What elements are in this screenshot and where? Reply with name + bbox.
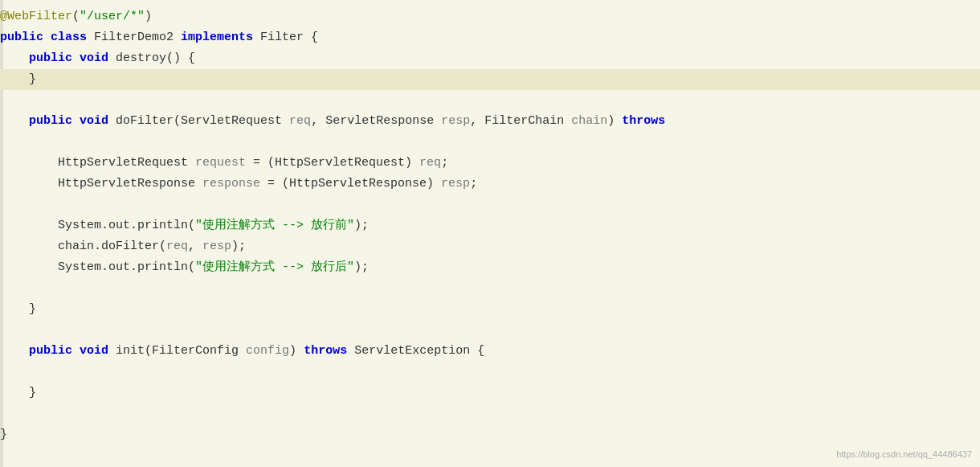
line-content-17: public void init(FilterConfig config) th… bbox=[0, 342, 980, 361]
code-line-13: System.out.println("使用注解方式 --> 放行后"); bbox=[0, 257, 980, 278]
line-content-2: public class FilterDemo2 implements Filt… bbox=[0, 28, 980, 47]
code-line-6: public void doFilter(ServletRequest req,… bbox=[0, 111, 980, 132]
line-content-3: public void destroy() { bbox=[0, 49, 980, 68]
line-content-1: @WebFilter("/user/*") bbox=[0, 7, 980, 27]
line-content-6: public void doFilter(ServletRequest req,… bbox=[0, 112, 980, 131]
string-path: "/user/*" bbox=[80, 10, 145, 23]
line-content-13: System.out.println("使用注解方式 --> 放行后"); bbox=[0, 258, 980, 277]
code-line-8: HttpServletRequest request = (HttpServle… bbox=[0, 153, 980, 174]
code-line-18 bbox=[0, 362, 980, 383]
line-content-7 bbox=[0, 133, 980, 152]
line-content-14 bbox=[0, 279, 980, 298]
code-line-4: } bbox=[0, 69, 980, 90]
line-content-19: } bbox=[0, 383, 980, 403]
string-after: "使用注解方式 --> 放行后" bbox=[195, 260, 354, 274]
code-line-17: public void init(FilterConfig config) th… bbox=[0, 341, 980, 362]
code-line-15: } bbox=[0, 299, 980, 320]
line-content-4: } bbox=[0, 70, 980, 89]
line-content-8: HttpServletRequest request = (HttpServle… bbox=[0, 154, 980, 173]
line-content-5 bbox=[0, 91, 980, 110]
string-before: "使用注解方式 --> 放行前" bbox=[195, 219, 354, 232]
line-content-9: HttpServletResponse response = (HttpServ… bbox=[0, 174, 980, 194]
code-line-19: } bbox=[0, 383, 980, 404]
code-container: @WebFilter("/user/*") public class Filte… bbox=[0, 0, 980, 467]
code-line-7 bbox=[0, 132, 980, 153]
code-line-14 bbox=[0, 278, 980, 299]
line-content-16 bbox=[0, 321, 980, 340]
code-line-5 bbox=[0, 90, 980, 111]
code-line-1: @WebFilter("/user/*") bbox=[0, 6, 980, 27]
code-line-11: System.out.println("使用注解方式 --> 放行前"); bbox=[0, 215, 980, 236]
code-line-10 bbox=[0, 195, 980, 215]
line-content-18 bbox=[0, 363, 980, 382]
code-line-2: public class FilterDemo2 implements Filt… bbox=[0, 27, 980, 48]
code-line-9: HttpServletResponse response = (HttpServ… bbox=[0, 174, 980, 195]
line-content-20 bbox=[0, 404, 980, 424]
watermark: https://blog.csdn.net/qq_44486437 bbox=[836, 449, 972, 459]
line-content-15: } bbox=[0, 300, 980, 319]
code-line-16 bbox=[0, 320, 980, 341]
line-content-21: } bbox=[0, 425, 980, 444]
code-line-20 bbox=[0, 404, 980, 424]
code-line-21: } bbox=[0, 424, 980, 445]
code-line-12: chain.doFilter(req, resp); bbox=[0, 236, 980, 257]
annotation-webfilter: @WebFilter bbox=[0, 10, 72, 23]
line-content-10 bbox=[0, 195, 980, 215]
line-content-12: chain.doFilter(req, resp); bbox=[0, 237, 980, 256]
line-content-11: System.out.println("使用注解方式 --> 放行前"); bbox=[0, 216, 980, 236]
code-line-3: public void destroy() { bbox=[0, 48, 980, 69]
